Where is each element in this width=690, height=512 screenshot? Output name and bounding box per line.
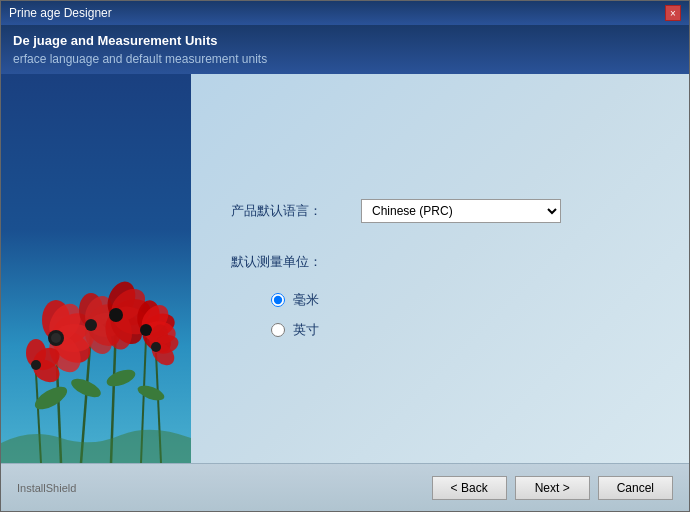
radio-inch-option[interactable]: 英寸	[271, 321, 649, 339]
radio-mm-input[interactable]	[271, 293, 285, 307]
measurement-label: 默认测量单位：	[231, 253, 649, 271]
radio-inch-input[interactable]	[271, 323, 285, 337]
radio-options: 毫米 英寸	[231, 291, 649, 339]
language-field-row: 产品默认语言： Chinese (PRC) English Japanese K…	[231, 199, 649, 223]
svg-point-45	[151, 342, 161, 352]
radio-mm-option[interactable]: 毫米	[271, 291, 649, 309]
installshield-label: InstallShield	[17, 482, 76, 494]
main-window: Prine age Designer × De juage and Measur…	[0, 0, 690, 512]
radio-inch-label: 英寸	[293, 321, 319, 339]
svg-point-8	[105, 366, 138, 389]
flowers-decoration	[1, 243, 191, 463]
back-button[interactable]: < Back	[432, 476, 507, 500]
header-subtitle: erface language and default measurement …	[13, 52, 677, 66]
right-panel: 产品默认语言： Chinese (PRC) English Japanese K…	[191, 74, 689, 463]
form-section: 产品默认语言： Chinese (PRC) English Japanese K…	[231, 199, 649, 339]
close-button[interactable]: ×	[665, 5, 681, 21]
svg-point-24	[85, 319, 97, 331]
measurement-section: 默认测量单位： 毫米 英寸	[231, 253, 649, 339]
svg-point-35	[31, 360, 41, 370]
title-bar-left: Prine age Designer	[9, 6, 112, 20]
header-title: De juage and Measurement Units	[13, 33, 677, 48]
content-area: 产品默认语言： Chinese (PRC) English Japanese K…	[1, 74, 689, 463]
radio-mm-label: 毫米	[293, 291, 319, 309]
svg-point-9	[136, 383, 166, 404]
next-button[interactable]: Next >	[515, 476, 590, 500]
left-panel	[1, 74, 191, 463]
svg-point-31	[109, 308, 123, 322]
title-bar: Prine age Designer ×	[1, 1, 689, 25]
window-title: Prine age Designer	[9, 6, 112, 20]
footer-bar: InstallShield < Back Next > Cancel	[1, 463, 689, 511]
language-label: 产品默认语言：	[231, 202, 341, 220]
svg-point-17	[51, 333, 61, 343]
language-dropdown[interactable]: Chinese (PRC) English Japanese Korean Ge…	[361, 199, 561, 223]
header-panel: De juage and Measurement Units erface la…	[1, 25, 689, 74]
close-icon: ×	[670, 8, 676, 19]
cancel-button[interactable]: Cancel	[598, 476, 673, 500]
